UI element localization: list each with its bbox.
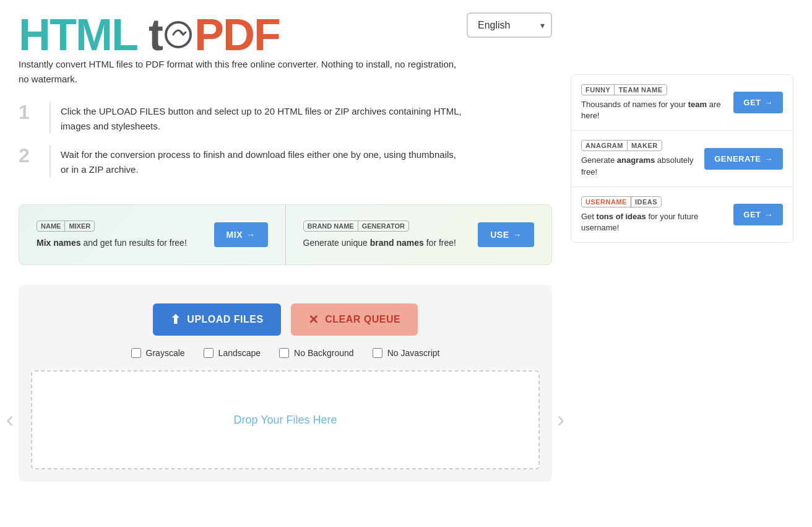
sidebar-ad-3-bold: tons of ideas	[597, 212, 646, 221]
upload-controls: ⬆ UPLOAD FILES ✕ CLEAR QUEUE	[31, 303, 540, 336]
banner-ad-2-btn-label: USE	[490, 230, 509, 240]
sidebar-ad-1-badge: FUNNY TEAM NAME	[581, 84, 667, 95]
banner-ad-1-btn-label: MIX	[227, 230, 243, 240]
sidebar-ads: FUNNY TEAM NAME Thousands of names for y…	[571, 12, 793, 243]
sidebar-ad-2-content: ANAGRAM MAKER Generate anagrams absolute…	[581, 139, 704, 177]
sidebar-ad-3-btn-label: GET	[743, 210, 761, 219]
sidebar-ad-3: USERNAME IDEAS Get tons of ideas for you…	[571, 187, 793, 242]
banner-ad-2-text: Generate unique brand names for free!	[303, 237, 456, 250]
step-1: 1 Click the UPLOAD FILES button and sele…	[19, 102, 467, 134]
grayscale-option[interactable]: Grayscale	[131, 348, 185, 358]
carousel-next-button[interactable]: ›	[557, 409, 564, 431]
steps-list: 1 Click the UPLOAD FILES button and sele…	[19, 102, 467, 177]
drop-zone-wrapper: ‹ Drop Your Files Here ›	[31, 370, 540, 469]
no-background-label: No Background	[294, 348, 354, 358]
banner-ad-1-bold: Mix names	[37, 238, 81, 248]
sidebar-ad-1: FUNNY TEAM NAME Thousands of names for y…	[571, 75, 793, 131]
sidebar-ad-2-before: Generate	[581, 155, 617, 165]
banner-ad-1-badge-part1: NAME	[37, 221, 65, 231]
clear-queue-button[interactable]: ✕ CLEAR QUEUE	[291, 303, 418, 336]
sidebar-ad-1-badge-part1: FUNNY	[582, 85, 615, 95]
language-selector[interactable]: English French Spanish German Portuguese…	[467, 12, 552, 38]
no-javascript-label: No Javascript	[387, 348, 440, 358]
banner-ad-2: BRAND NAME GENERATOR Generate unique bra…	[286, 205, 552, 264]
logo-arrow-icon	[163, 20, 193, 50]
sidebar-ad-2-badge-part1: ANAGRAM	[582, 141, 628, 150]
arrow-icon: →	[246, 230, 256, 240]
clear-icon: ✕	[308, 312, 319, 327]
sidebar-ad-2-btn-label: GENERATE	[714, 154, 761, 163]
step-2-text: Wait for the conversion process to finis…	[50, 145, 467, 177]
svg-point-0	[166, 22, 191, 47]
ads-panel: FUNNY TEAM NAME Thousands of names for y…	[571, 74, 793, 243]
options-row: Grayscale Landscape No Background No Jav…	[31, 348, 540, 358]
landscape-checkbox[interactable]	[204, 348, 214, 358]
arrow-icon: →	[765, 98, 774, 107]
banner-ad-2-button[interactable]: USE →	[478, 222, 534, 247]
sidebar-ad-3-before: Get	[581, 212, 597, 221]
no-javascript-checkbox[interactable]	[373, 348, 382, 358]
landscape-option[interactable]: Landscape	[204, 348, 261, 358]
carousel-prev-button[interactable]: ‹	[6, 409, 14, 431]
banner-ad-2-content: BRAND NAME GENERATOR Generate unique bra…	[303, 220, 456, 250]
drop-zone[interactable]: Drop Your Files Here	[31, 370, 540, 469]
banner-ad-1-badge: NAME MIXER	[37, 220, 95, 232]
upload-icon: ⬆	[170, 312, 181, 327]
sidebar-ad-3-badge: USERNAME IDEAS	[581, 196, 662, 207]
sidebar-ad-1-text: Thousands of names for your team are her…	[581, 99, 733, 121]
arrow-icon: →	[765, 154, 774, 163]
sidebar-ad-1-badge-part2: TEAM NAME	[615, 85, 666, 95]
sidebar-ad-2-bold: anagrams	[617, 155, 655, 165]
banner-ad-1: NAME MIXER Mix names and get fun results…	[19, 205, 286, 264]
sidebar-ad-3-text: Get tons of ideas for your future userna…	[581, 211, 733, 233]
step-2-number: 2	[19, 145, 50, 167]
banner-ad-2-badge: BRAND NAME GENERATOR	[303, 220, 409, 232]
grayscale-checkbox[interactable]	[131, 348, 141, 358]
clear-button-label: CLEAR QUEUE	[325, 314, 400, 325]
step-1-text: Click the UPLOAD FILES button and select…	[50, 102, 467, 134]
sidebar-ad-2-button[interactable]: GENERATE →	[704, 148, 783, 170]
arrow-icon: →	[765, 210, 774, 219]
banner-ad-2-badge-part2: GENERATOR	[358, 221, 408, 231]
sidebar-ad-2: ANAGRAM MAKER Generate anagrams absolute…	[571, 131, 793, 186]
landscape-label: Landscape	[218, 348, 261, 358]
upload-section: ⬆ UPLOAD FILES ✕ CLEAR QUEUE Grayscale	[19, 285, 552, 482]
site-logo: HTML t PDF	[19, 12, 467, 57]
sidebar-ad-3-content: USERNAME IDEAS Get tons of ideas for you…	[581, 196, 733, 233]
banner-ads: NAME MIXER Mix names and get fun results…	[19, 204, 552, 265]
no-javascript-option[interactable]: No Javascript	[373, 348, 440, 358]
logo-pdf: PDF	[194, 12, 280, 57]
banner-ad-2-badge-part1: BRAND NAME	[304, 221, 358, 231]
step-2: 2 Wait for the conversion process to fin…	[19, 145, 467, 177]
banner-ad-2-bold: brand names	[370, 238, 424, 248]
banner-ad-1-content: NAME MIXER Mix names and get fun results…	[37, 220, 187, 250]
sidebar-ad-3-badge-part1: USERNAME	[582, 197, 631, 207]
upload-button-label: UPLOAD FILES	[187, 314, 263, 325]
sidebar-ad-1-btn-label: GET	[743, 98, 761, 107]
sidebar-ad-1-content: FUNNY TEAM NAME Thousands of names for y…	[581, 84, 733, 121]
arrow-icon: →	[513, 230, 522, 240]
step-1-number: 1	[19, 102, 50, 123]
sidebar-ad-3-button[interactable]: GET →	[733, 204, 783, 225]
banner-ad-1-text: Mix names and get fun results for free!	[37, 237, 187, 250]
logo-to: t	[137, 12, 194, 57]
drop-zone-text: Drop Your Files Here	[233, 414, 337, 427]
language-dropdown[interactable]: English French Spanish German Portuguese…	[467, 12, 552, 38]
banner-ad-2-before: Generate unique	[303, 238, 370, 248]
sidebar-ad-1-bold: team	[688, 100, 707, 109]
sidebar-ad-1-button[interactable]: GET →	[733, 92, 783, 113]
banner-ad-1-after: and get fun results for free!	[81, 238, 187, 248]
no-background-option[interactable]: No Background	[279, 348, 354, 358]
sidebar-ad-2-text: Generate anagrams absolutely free!	[581, 155, 704, 177]
page-description: Instantly convert HTML files to PDF form…	[19, 57, 467, 87]
banner-ad-2-after: for free!	[424, 238, 456, 248]
grayscale-label: Grayscale	[146, 348, 185, 358]
sidebar-ad-3-badge-part2: IDEAS	[631, 197, 661, 207]
upload-button[interactable]: ⬆ UPLOAD FILES	[153, 303, 281, 336]
no-background-checkbox[interactable]	[279, 348, 289, 358]
banner-ad-1-badge-part2: MIXER	[65, 221, 94, 231]
banner-ad-1-button[interactable]: MIX →	[214, 222, 268, 247]
sidebar-ad-2-badge-part2: MAKER	[628, 141, 662, 150]
sidebar-ad-1-before: Thousands of names for your	[581, 100, 688, 109]
logo-html: HTML	[19, 12, 137, 57]
